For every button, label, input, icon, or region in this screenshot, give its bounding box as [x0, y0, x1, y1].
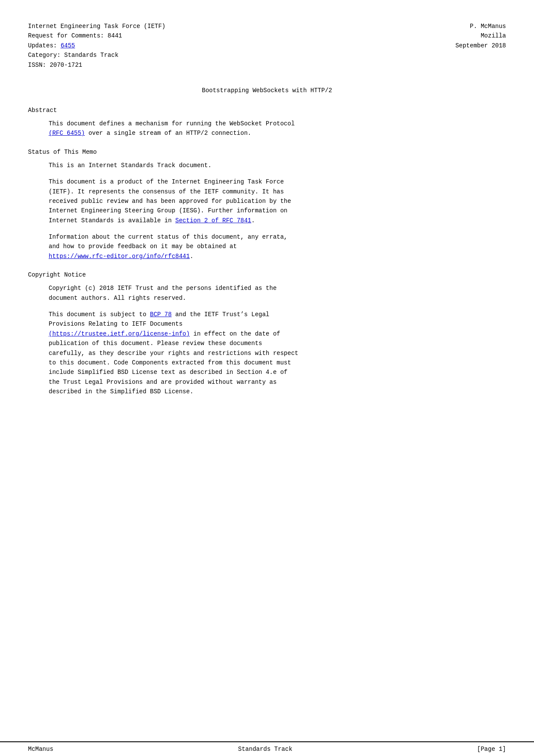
section2-rfc7841-link[interactable]: Section 2 of RFC 7841: [175, 217, 251, 224]
abstract-heading: Abstract: [28, 107, 506, 114]
copyright-heading: Copyright Notice: [28, 271, 506, 278]
status-heading: Status of This Memo: [28, 149, 506, 156]
header-right: P. McManus Mozilla September 2018: [455, 22, 506, 70]
rfc8441-info-link[interactable]: https://www.rfc-editor.org/info/rfc8441: [49, 253, 190, 260]
header-author: P. McManus: [455, 22, 506, 31]
status-para1: This is an Internet Standards Track docu…: [49, 161, 506, 170]
page-spacer: [28, 407, 506, 493]
abstract-paragraph: This document defines a mechanism for ru…: [49, 119, 506, 138]
document-header: Internet Engineering Task Force (IETF) R…: [28, 22, 506, 70]
content-area: Internet Engineering Task Force (IETF) R…: [0, 0, 534, 741]
header-left: Internet Engineering Task Force (IETF) R…: [28, 22, 455, 70]
header-line-issn: ISSN: 2070-1721: [28, 60, 455, 70]
copyright-section: Copyright Notice Copyright (c) 2018 IETF…: [28, 271, 506, 396]
header-line-updates: Updates: 6455: [28, 41, 455, 50]
page: Internet Engineering Task Force (IETF) R…: [0, 0, 534, 756]
header-org: Mozilla: [455, 31, 506, 40]
abstract-section: Abstract This document defines a mechani…: [28, 107, 506, 138]
copyright-para2: This document is subject to BCP 78 and t…: [49, 310, 506, 397]
status-para3: Information about the current status of …: [49, 232, 506, 261]
header-date: September 2018: [455, 41, 506, 50]
trustee-ietf-link[interactable]: (https://trustee.ietf.org/license-info): [49, 330, 190, 337]
updates-link[interactable]: 6455: [61, 42, 75, 49]
rfc6455-link[interactable]: (RFC 6455): [49, 130, 85, 137]
page-footer: McManus Standards Track [Page 1]: [0, 741, 534, 756]
header-line-category: Category: Standards Track: [28, 50, 455, 60]
bcp78-link[interactable]: BCP 78: [150, 311, 171, 318]
footer-page: [Page 1]: [477, 746, 506, 753]
header-line-rfc: Request for Comments: 8441: [28, 31, 455, 40]
copyright-para1: Copyright (c) 2018 IETF Trust and the pe…: [49, 283, 506, 303]
status-section: Status of This Memo This is an Internet …: [28, 149, 506, 261]
updates-label: Updates:: [28, 42, 61, 49]
header-line-org: Internet Engineering Task Force (IETF): [28, 22, 455, 31]
footer-author: McManus: [28, 746, 53, 753]
status-para2: This document is a product of the Intern…: [49, 177, 506, 225]
document-title: Bootstrapping WebSockets with HTTP/2: [28, 87, 506, 94]
footer-track: Standards Track: [238, 746, 292, 753]
